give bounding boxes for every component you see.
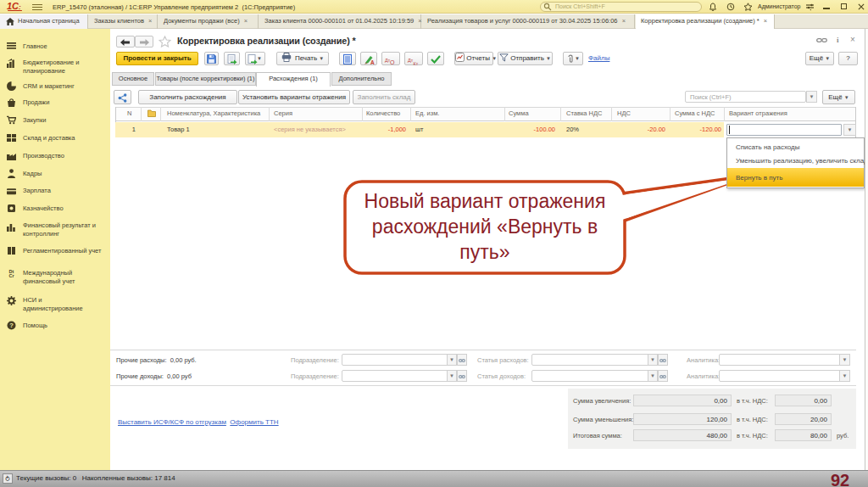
svg-text:?: ? bbox=[9, 322, 14, 329]
svg-text:А: А bbox=[370, 59, 375, 64]
